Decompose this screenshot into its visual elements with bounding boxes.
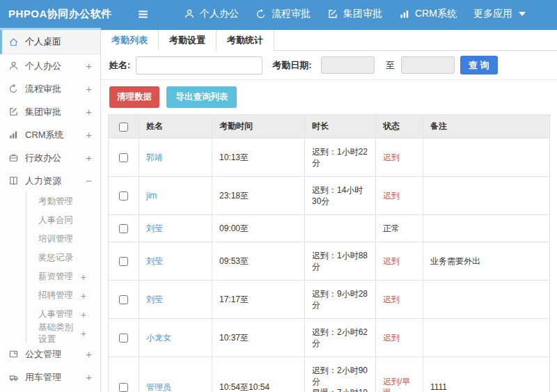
sidebar-item-personal-office[interactable]: 个人办公 + (0, 54, 100, 77)
sidebar-item-label: 个人办公 (25, 60, 61, 72)
expand-plus-icon[interactable]: + (86, 152, 92, 163)
duration: 迟到：1小时22分 (305, 139, 376, 177)
sidebar: 个人桌面 个人办公 + 流程审批 + 集团审批 + (0, 30, 101, 392)
column-header-time: 考勤时间 (212, 115, 305, 139)
collapse-minus-icon[interactable]: − (86, 175, 92, 186)
attendance-date-label: 考勤日期: (272, 59, 311, 72)
duration: 迟到：2小时90分 早退：7小时10分 (305, 357, 376, 392)
employee-name-link[interactable]: 刘莹 (146, 224, 163, 233)
sidebar-item-label: 公文管理 (25, 348, 61, 361)
topnav-more-apps[interactable]: 更多应用 (473, 8, 526, 20)
sidebar-item-label: 集团审批 (25, 106, 61, 118)
attendance-time: 10:37至 (212, 319, 305, 357)
attendance-time: 10:13至 (212, 139, 305, 177)
row-checkbox[interactable] (119, 257, 128, 266)
row-checkbox[interactable] (119, 295, 128, 304)
expand-plus-icon[interactable]: + (86, 107, 92, 117)
sidebar-item-label: 行政办公 (25, 152, 61, 164)
sidebar-item-document-management[interactable]: 公文管理 + (0, 343, 100, 366)
topnav-label: 集团审批 (343, 8, 382, 20)
action-toolbar: 清理数据 导出查询列表 (101, 80, 557, 114)
sidebar-subitem-label: 薪资管理 (38, 271, 73, 283)
query-button[interactable]: 查 询 (460, 56, 498, 75)
sidebar-item-group-approval[interactable]: 集团审批 + (0, 100, 100, 123)
column-header-duration: 时长 (305, 115, 376, 139)
table-row: 管理员 10:54至10:54 迟到：2小时90分 早退：7小时10分 迟到/早… (109, 357, 550, 392)
sidebar-item-human-resources[interactable]: 人力资源 − (0, 169, 100, 192)
attendance-time: 09:00至 (212, 215, 305, 242)
employee-name-link[interactable]: 郭靖 (146, 152, 163, 162)
hamburger-menu-icon[interactable] (137, 8, 149, 20)
expand-plus-icon[interactable]: + (81, 291, 86, 301)
clean-data-button[interactable]: 清理数据 (109, 86, 159, 108)
sidebar-subitem-hr-contract[interactable]: 人事合同 (26, 211, 100, 230)
row-checkbox[interactable] (119, 224, 128, 233)
date-to-input[interactable] (401, 56, 455, 74)
sidebar-item-label: 人力资源 (25, 175, 61, 187)
note (423, 215, 550, 242)
tab-attendance-list[interactable]: 考勤列表 (101, 30, 159, 51)
status-badge: 迟到 (383, 256, 400, 266)
car-icon (8, 372, 19, 382)
expand-plus-icon[interactable]: + (86, 349, 92, 359)
sidebar-item-personal-desktop[interactable]: 个人桌面 (0, 30, 100, 54)
status-badge: 迟到 (383, 152, 400, 162)
sidebar-subitem-base-category-settings[interactable]: 基础类别设置 + (26, 324, 100, 343)
note (423, 319, 550, 357)
topnav-workflow-approval[interactable]: 流程审批 (256, 8, 311, 20)
expand-plus-icon[interactable]: + (81, 329, 86, 338)
tab-attendance-statistics[interactable]: 考勤统计 (217, 30, 274, 51)
row-checkbox[interactable] (119, 191, 128, 201)
edit-icon (8, 107, 19, 117)
flow-icon (8, 84, 19, 94)
table-row: jim 23:18至 迟到：14小时30分 迟到 (109, 177, 550, 215)
topnav-group-approval[interactable]: 集团审批 (327, 8, 382, 20)
date-from-input[interactable] (321, 56, 375, 74)
expand-plus-icon[interactable]: + (86, 84, 92, 94)
sidebar-subitem-salary-management[interactable]: 薪资管理 + (26, 267, 100, 286)
name-input[interactable] (136, 56, 262, 75)
employee-name-link[interactable]: jim (146, 191, 157, 201)
employee-name-link[interactable]: 小龙女 (146, 333, 171, 343)
main-content: 考勤列表 考勤设置 考勤统计 姓名: 考勤日期: 至 查 询 清理数据 导出查询… (101, 30, 557, 392)
sidebar-item-label: 用车管理 (25, 371, 61, 384)
topnav-crm-system[interactable]: CRM系统 (399, 8, 457, 20)
expand-plus-icon[interactable]: + (81, 272, 86, 282)
export-list-button[interactable]: 导出查询列表 (166, 86, 237, 108)
row-checkbox[interactable] (119, 334, 128, 343)
select-all-checkbox[interactable] (119, 123, 128, 132)
search-filter-bar: 姓名: 考勤日期: 至 查 询 (101, 51, 557, 80)
expand-plus-icon[interactable]: + (86, 372, 92, 382)
sidebar-item-admin-office[interactable]: 行政办公 + (0, 146, 100, 169)
expand-plus-icon[interactable]: + (81, 310, 86, 320)
topnav-label: 更多应用 (473, 8, 512, 20)
sidebar-subitem-reward-punishment[interactable]: 奖惩记录 (26, 249, 100, 267)
expand-plus-icon[interactable]: + (86, 130, 92, 140)
app-logo: PHPOA协同办公软件 (0, 8, 101, 21)
sidebar-item-vehicle-management[interactable]: 用车管理 + (0, 366, 100, 389)
sidebar-subitem-label: 招聘管理 (38, 290, 73, 301)
employee-name-link[interactable]: 管理员 (146, 382, 171, 392)
sidebar-item-workflow-approval[interactable]: 流程审批 + (0, 77, 100, 100)
sidebar-subitem-label: 人事管理 (38, 308, 73, 320)
sidebar-item-crm-system[interactable]: CRM系统 + (0, 123, 100, 146)
top-navigation: 个人办公 流程审批 集团审批 CRM系统 更多应用 (167, 8, 526, 20)
employee-name-link[interactable]: 刘莹 (146, 295, 163, 304)
sidebar-subitem-recruitment-management[interactable]: 招聘管理 + (26, 286, 100, 305)
employee-name-link[interactable]: 刘莹 (146, 256, 163, 266)
expand-plus-icon[interactable]: + (86, 61, 92, 71)
sidebar-subitem-training-management[interactable]: 培训管理 (26, 230, 100, 249)
status-badge: 迟到/早退 (383, 377, 410, 392)
sidebar-submenu-hr: 考勤管理 人事合同 培训管理 奖惩记录 薪资管理 + 招聘管理 + 人事管理 + (26, 192, 100, 343)
sidebar-subitem-label: 人事合同 (38, 214, 73, 226)
sidebar-item-label: 个人桌面 (25, 36, 61, 48)
sidebar-item-label: CRM系统 (25, 129, 64, 141)
note (423, 281, 550, 319)
row-checkbox[interactable] (119, 153, 128, 162)
briefcase-icon (8, 152, 19, 163)
topnav-personal-office[interactable]: 个人办公 (184, 8, 239, 20)
sidebar-subitem-attendance-management[interactable]: 考勤管理 (26, 192, 100, 211)
select-all-cell (109, 115, 139, 139)
row-checkbox[interactable] (119, 383, 128, 392)
tab-attendance-settings[interactable]: 考勤设置 (159, 30, 217, 51)
